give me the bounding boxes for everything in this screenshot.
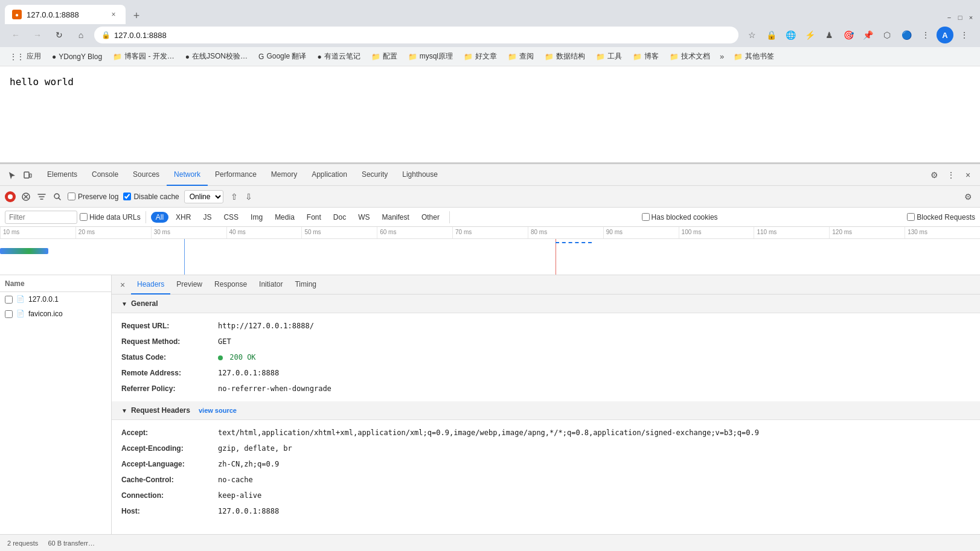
devtools-device-icon[interactable] bbox=[21, 168, 35, 182]
more-bookmarks-button[interactable]: » bbox=[716, 50, 728, 63]
bookmark-mysql[interactable]: 📁 mysql原理 bbox=[403, 49, 458, 63]
extension-button-2[interactable]: 🌐 bbox=[782, 27, 799, 43]
details-tab-initiator[interactable]: Initiator bbox=[253, 275, 289, 295]
more-extensions-button[interactable]: ⋮ bbox=[917, 27, 934, 43]
filter-media-button[interactable]: Media bbox=[270, 212, 299, 223]
general-section-header[interactable]: General bbox=[112, 295, 980, 313]
devtools-tab-performance[interactable]: Performance bbox=[208, 164, 264, 186]
bookmark-json[interactable]: ● 在线JSON校验… bbox=[181, 49, 252, 63]
profile-button[interactable]: A bbox=[937, 27, 953, 43]
record-button[interactable] bbox=[5, 191, 16, 202]
devtools-tab-label: Security bbox=[362, 170, 388, 179]
disable-cache-checkbox[interactable] bbox=[123, 193, 131, 200]
blocked-requests-checkbox[interactable] bbox=[907, 213, 915, 221]
request-item-favicon[interactable]: 📄 favicon.ico bbox=[0, 307, 111, 321]
devtools-settings-button[interactable]: ⚙ bbox=[927, 168, 941, 182]
filter-img-button[interactable]: Img bbox=[246, 212, 267, 223]
bookmark-other[interactable]: 📁 其他书签 bbox=[729, 49, 779, 63]
has-blocked-cookies-checkbox[interactable] bbox=[642, 213, 650, 221]
search-button[interactable] bbox=[52, 191, 63, 202]
throttling-select[interactable]: Online bbox=[184, 190, 223, 203]
has-blocked-cookies-label[interactable]: Has blocked cookies bbox=[642, 213, 718, 221]
preserve-log-checkbox[interactable] bbox=[68, 193, 75, 200]
bookmark-tools[interactable]: 📁 工具 bbox=[591, 49, 627, 63]
filter-xhr-button[interactable]: XHR bbox=[171, 212, 196, 223]
browser-tab[interactable]: ● 127.0.0.1:8888 × bbox=[5, 5, 126, 24]
import-button[interactable]: ⇧ bbox=[228, 191, 240, 203]
devtools-close-button[interactable]: × bbox=[961, 168, 975, 182]
bookmark-blog[interactable]: 📁 博客 bbox=[628, 49, 664, 63]
bookmark-config[interactable]: 📁 配置 bbox=[367, 49, 402, 63]
request-url-label: Request URL: bbox=[121, 320, 218, 331]
devtools-tab-console[interactable]: Console bbox=[85, 164, 126, 186]
details-tab-headers[interactable]: Headers bbox=[131, 275, 170, 295]
close-details-button[interactable]: × bbox=[117, 279, 129, 291]
devtools-more-button[interactable]: ⋮ bbox=[944, 168, 958, 182]
bookmark-star-button[interactable]: ☆ bbox=[743, 27, 760, 43]
home-button[interactable]: ⌂ bbox=[72, 27, 89, 43]
hide-data-urls-label[interactable]: Hide data URLs bbox=[80, 213, 141, 221]
back-button[interactable]: ← bbox=[7, 27, 24, 43]
menu-button[interactable]: ⋮ bbox=[956, 27, 973, 43]
devtools-cursor-icon[interactable] bbox=[5, 168, 19, 182]
devtools-tab-elements[interactable]: Elements bbox=[40, 164, 85, 186]
devtools-tab-network[interactable]: Network bbox=[167, 164, 208, 186]
apps-button[interactable]: ⋮⋮ 应用 bbox=[5, 49, 46, 63]
blocked-requests-label[interactable]: Blocked Requests bbox=[907, 213, 975, 221]
filter-other-button[interactable]: Other bbox=[417, 212, 444, 223]
filter-doc-button[interactable]: Doc bbox=[328, 212, 351, 223]
tab-close-button[interactable]: × bbox=[109, 10, 118, 19]
devtools-tab-label: Lighthouse bbox=[402, 170, 438, 179]
devtools-tab-lighthouse[interactable]: Lighthouse bbox=[395, 164, 445, 186]
bookmark-data-structure[interactable]: 📁 数据结构 bbox=[540, 49, 590, 63]
minimize-button[interactable]: − bbox=[945, 13, 953, 22]
bookmark-reference[interactable]: 📁 查阅 bbox=[503, 49, 539, 63]
devtools-tab-memory[interactable]: Memory bbox=[264, 164, 304, 186]
bookmark-google-translate[interactable]: G Google 翻译 bbox=[254, 49, 311, 63]
bookmark-ydong[interactable]: ● YDongY Blog bbox=[47, 51, 107, 63]
extension-button-4[interactable]: ♟ bbox=[821, 27, 837, 43]
details-tab-timing[interactable]: Timing bbox=[289, 275, 322, 295]
extension-button-8[interactable]: 🔵 bbox=[898, 27, 915, 43]
devtools-tab-sources[interactable]: Sources bbox=[126, 164, 167, 186]
filter-all-button[interactable]: All bbox=[151, 212, 168, 223]
new-tab-button[interactable]: + bbox=[128, 7, 145, 24]
extension-button-7[interactable]: ⬡ bbox=[879, 27, 895, 43]
view-source-link[interactable]: view source bbox=[199, 407, 237, 414]
request-headers-section-header[interactable]: Request Headers view source bbox=[112, 401, 980, 420]
reload-button[interactable]: ↻ bbox=[51, 27, 68, 43]
forward-button[interactable]: → bbox=[29, 27, 46, 43]
address-input[interactable]: 🔒 127.0.0.1:8888 bbox=[94, 27, 738, 43]
export-button[interactable]: ⇩ bbox=[243, 191, 255, 203]
extension-button-6[interactable]: 📌 bbox=[859, 27, 876, 43]
disable-cache-checkbox-label[interactable]: Disable cache bbox=[123, 193, 179, 201]
extension-button-3[interactable]: ⚡ bbox=[801, 27, 818, 43]
devtools-tab-security[interactable]: Security bbox=[354, 164, 395, 186]
details-tab-response[interactable]: Response bbox=[208, 275, 253, 295]
request-checkbox-127[interactable] bbox=[5, 296, 13, 304]
bookmark-youdao[interactable]: ● 有道云笔记 bbox=[312, 49, 365, 63]
filter-manifest-button[interactable]: Manifest bbox=[377, 212, 414, 223]
bookmark-tech-docs[interactable]: 📁 技术文档 bbox=[665, 49, 715, 63]
preserve-log-checkbox-label[interactable]: Preserve log bbox=[68, 193, 118, 201]
filter-font-button[interactable]: Font bbox=[302, 212, 326, 223]
filter-input[interactable] bbox=[5, 211, 77, 224]
filter-button[interactable] bbox=[36, 191, 47, 202]
hide-data-urls-checkbox[interactable] bbox=[80, 213, 88, 221]
extension-button-1[interactable]: 🔒 bbox=[763, 27, 780, 43]
details-tab-preview[interactable]: Preview bbox=[170, 275, 208, 295]
maximize-button[interactable]: □ bbox=[956, 13, 964, 22]
request-item-127[interactable]: 📄 127.0.0.1 bbox=[0, 292, 111, 307]
filter-ws-button[interactable]: WS bbox=[353, 212, 374, 223]
request-checkbox-favicon[interactable] bbox=[5, 310, 13, 318]
extension-button-5[interactable]: 🎯 bbox=[840, 27, 857, 43]
close-button[interactable]: × bbox=[967, 13, 975, 22]
clear-button[interactable] bbox=[21, 191, 31, 202]
bookmark-articles[interactable]: 📁 好文章 bbox=[459, 49, 502, 63]
bookmark-blog-dev[interactable]: 📁 博客园 - 开发… bbox=[108, 49, 179, 63]
devtools-tab-application[interactable]: Application bbox=[304, 164, 354, 186]
network-settings-button[interactable]: ⚙ bbox=[961, 190, 975, 204]
filter-js-button[interactable]: JS bbox=[198, 212, 216, 223]
filter-css-button[interactable]: CSS bbox=[219, 212, 243, 223]
timeline-dotted-line bbox=[556, 242, 592, 243]
